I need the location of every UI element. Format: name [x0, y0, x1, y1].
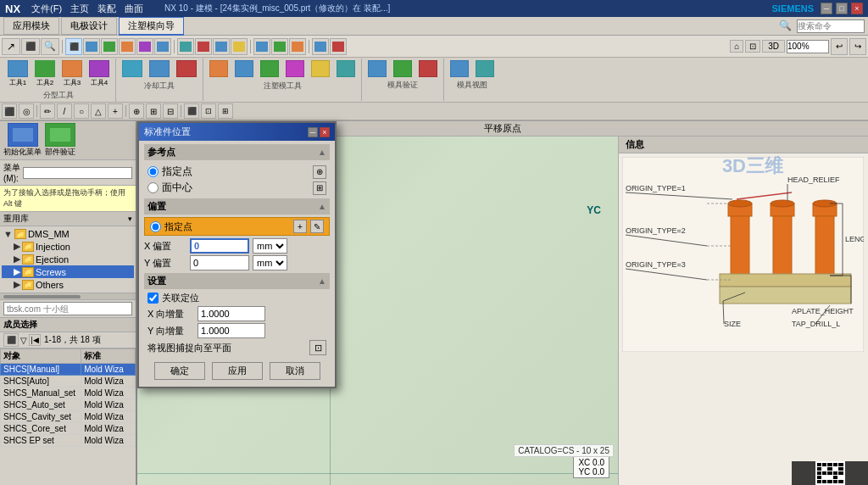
close-btn[interactable]: × [851, 3, 863, 14]
add-point-btn[interactable]: + [293, 220, 307, 233]
member-row-3[interactable]: SHCS_Auto_set Mold Wiza [1, 399, 136, 411]
ref-radio-center[interactable] [147, 182, 159, 193]
view-btn-1[interactable]: ⬛ [2, 103, 17, 119]
snap-icon[interactable]: ⊡ [309, 340, 326, 355]
menu-assembly[interactable]: 装配 [93, 2, 120, 16]
ok-button[interactable]: 确定 [154, 362, 205, 380]
view-btn-8[interactable]: ⊕ [129, 103, 144, 119]
edit-point-btn[interactable]: ✎ [310, 220, 324, 233]
validation-tool-3[interactable] [416, 59, 440, 78]
member-row-1[interactable]: SHCS[Auto] Mold Wiza [1, 376, 136, 387]
member-row-0[interactable]: SHCS[Manual] Mold Wiza [1, 364, 136, 376]
tree-item-dms[interactable]: ▼ 📁 DMS_MM [2, 228, 134, 240]
member-row-4[interactable]: SHCS_Cavity_set Mold Wiza [1, 411, 136, 423]
tb-btn-3[interactable] [101, 38, 118, 55]
tb-btn-5[interactable] [136, 38, 153, 55]
init-menu-btn[interactable]: 初始化菜单 [3, 123, 42, 158]
view-btn-6[interactable]: △ [91, 103, 106, 119]
nav-first[interactable]: |◀ [29, 334, 41, 346]
member-row-2[interactable]: SHCS_Manual_set Mold Wiza [1, 387, 136, 399]
view-btn-12[interactable]: ⊡ [201, 103, 216, 119]
ref-center-icon[interactable]: ⊞ [313, 181, 326, 195]
filter-input[interactable] [23, 167, 132, 179]
parting-tool-1[interactable]: 工具1 [5, 59, 31, 88]
view-home[interactable]: ⌂ [730, 40, 743, 53]
y-inc-input[interactable] [198, 323, 265, 338]
view-btn-7[interactable]: + [108, 103, 123, 119]
member-row-6[interactable]: SHCS EP set Mold Wiza [1, 435, 136, 447]
cooling-tool-1[interactable] [120, 59, 145, 79]
parting-tool-2[interactable]: 工具2 [32, 59, 58, 88]
menu-home[interactable]: 主页 [66, 2, 93, 16]
module-tab-injection[interactable]: 注塑模向导 [119, 17, 184, 36]
x-offset-input[interactable] [190, 238, 249, 254]
views-tool-1[interactable] [448, 59, 471, 78]
tree-item-others[interactable]: ▶ 📁 Others [2, 278, 134, 291]
validation-tool-1[interactable] [365, 59, 389, 78]
apply-button[interactable]: 应用 [212, 362, 263, 380]
injection-tool-6[interactable] [334, 59, 358, 79]
member-row-5[interactable]: SHCS_Core_set Mold Wiza [1, 423, 136, 435]
tree-item-ejection[interactable]: ▶ 📁 Ejection [2, 253, 134, 265]
view-btn-13[interactable]: ⊞ [218, 103, 233, 119]
dialog-close-icon[interactable]: × [320, 127, 330, 137]
view-scale-input[interactable] [787, 40, 829, 53]
selected-ref-radio[interactable] [150, 221, 161, 232]
view-3d[interactable]: 3D [762, 40, 785, 53]
view-btn-3[interactable]: ✏ [40, 103, 55, 119]
tb-btn-4[interactable] [119, 38, 136, 55]
ref-point-icon[interactable]: ⊕ [313, 165, 326, 179]
tb-btn-6[interactable] [154, 38, 171, 55]
tb-btn-11[interactable] [253, 38, 270, 55]
parting-tool-4[interactable]: 工具4 [86, 59, 112, 88]
module-tab-app[interactable]: 应用模块 [3, 17, 59, 35]
injection-tool-4[interactable] [283, 59, 307, 79]
minimize-btn[interactable]: ─ [821, 3, 832, 14]
injection-tool-5[interactable] [309, 59, 332, 79]
injection-tool-3[interactable] [258, 59, 281, 79]
menu-file[interactable]: 文件(F) [27, 2, 66, 16]
tree-item-injection[interactable]: ▶ 📁 Injection [2, 240, 134, 253]
view-btn-11[interactable]: ⬛ [184, 103, 199, 119]
tb-btn-17[interactable]: ↪ [849, 38, 866, 55]
dialog-minimize[interactable]: ─ [308, 127, 318, 137]
filter-icon[interactable]: ▽ [20, 336, 27, 345]
parts-verify-btn[interactable]: 部件验证 [45, 123, 75, 158]
view-btn-4[interactable]: / [57, 103, 72, 119]
menu-surface[interactable]: 曲面 [120, 2, 147, 16]
tb-btn-16[interactable]: ↩ [831, 38, 848, 55]
ref-radio-specify[interactable] [147, 166, 159, 177]
view-btn-9[interactable]: ⊞ [146, 103, 161, 119]
select-tool[interactable]: ↗ [2, 38, 20, 55]
cooling-tool-3[interactable] [174, 59, 199, 79]
tb-btn-7[interactable] [177, 38, 194, 55]
member-tb-btn1[interactable]: ⬛ [3, 333, 19, 347]
views-tool-2[interactable] [473, 59, 497, 78]
tb-btn-9[interactable] [213, 38, 230, 55]
tb-btn-8[interactable] [195, 38, 212, 55]
tb-btn-14[interactable] [312, 38, 329, 55]
tree-item-screws[interactable]: ▶ 📁 Screws [2, 265, 134, 278]
tb-btn-1[interactable]: ⬛ [65, 38, 82, 55]
y-offset-unit[interactable]: mm [253, 255, 287, 270]
view-orient[interactable]: ⬛ [21, 38, 40, 55]
view-btn-2[interactable]: ◎ [19, 103, 34, 119]
view-fit[interactable]: ⊡ [745, 40, 760, 53]
view-btn-10[interactable]: ⊟ [163, 103, 178, 119]
maximize-btn[interactable]: □ [836, 3, 848, 14]
injection-tool-1[interactable] [207, 59, 231, 79]
tb-btn-15[interactable] [330, 38, 347, 55]
global-search[interactable] [797, 20, 865, 33]
y-offset-input[interactable] [190, 255, 249, 270]
module-tab-electrode[interactable]: 电极设计 [61, 17, 117, 35]
tb-btn-12[interactable] [271, 38, 288, 55]
search-input[interactable] [3, 302, 132, 315]
x-offset-unit[interactable]: mm [253, 238, 287, 254]
injection-tool-2[interactable] [232, 59, 256, 79]
tb-btn-13[interactable] [289, 38, 306, 55]
tb-btn-10[interactable] [231, 38, 248, 55]
dialog-title-bar[interactable]: 标准件位置 ─ × [139, 123, 335, 141]
zoom-tool[interactable]: 🔍 [41, 38, 59, 55]
parting-tool-3[interactable]: 工具3 [59, 59, 85, 88]
cancel-button[interactable]: 取消 [270, 362, 320, 380]
